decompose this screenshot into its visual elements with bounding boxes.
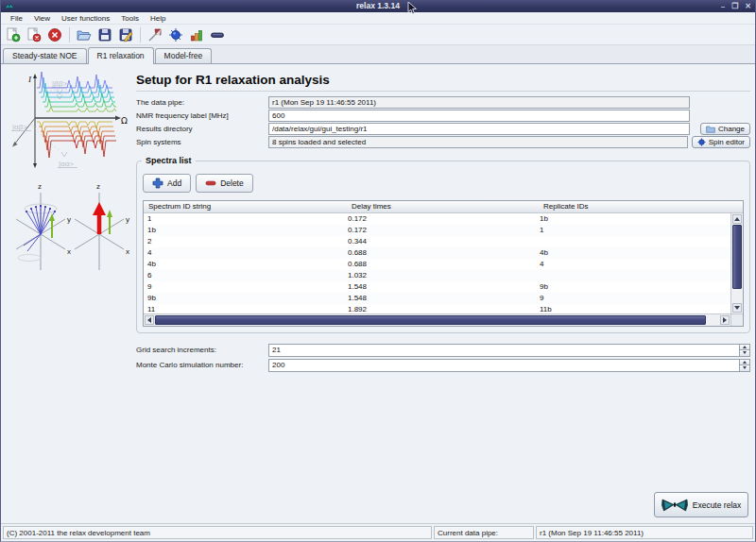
execute-relax-button[interactable]: Execute relax <box>654 492 748 517</box>
menu-file[interactable]: File <box>5 12 28 25</box>
spin-down-button[interactable] <box>739 350 750 357</box>
menu-view[interactable]: View <box>28 12 56 25</box>
cell-spectrum-id[interactable]: 4 <box>144 247 344 259</box>
tab-r1-relaxation[interactable]: R1 relaxation <box>88 47 154 64</box>
cell-spectrum-id[interactable]: 9b <box>144 293 344 304</box>
scroll-right-button[interactable] <box>720 315 730 325</box>
relax-prompt-icon[interactable] <box>146 25 164 44</box>
table-row[interactable]: 11 1.892 11b <box>144 304 730 313</box>
cell-replicate-id[interactable]: 4 <box>536 259 730 270</box>
exit-icon[interactable] <box>45 25 64 44</box>
vertical-scrollbar[interactable] <box>730 213 743 313</box>
new-analysis-icon[interactable] <box>4 25 23 44</box>
open-state-icon[interactable] <box>75 25 94 44</box>
main-panel: Setup for R1 relaxation analysis The dat… <box>136 64 750 523</box>
grid-search-spinner[interactable] <box>739 344 750 357</box>
table-row[interactable]: 1 0.172 1b <box>144 213 730 225</box>
titlebar[interactable]: relax 1.3.14 – ❐ ✕ <box>1 0 755 12</box>
spin-down-button[interactable] <box>739 365 750 372</box>
table-row[interactable]: 4b 0.688 4 <box>144 259 730 270</box>
scrollbar-corner <box>730 313 743 326</box>
cell-replicate-id[interactable]: 11b <box>536 304 730 313</box>
current-pipe-label: Current data pipe: <box>434 526 534 539</box>
cell-spectrum-id[interactable]: 2 <box>144 236 344 247</box>
relax-window: relax 1.3.14 – ❐ ✕ File View User functi… <box>0 0 756 542</box>
analysis-form: The data pipe: NMR frequency label [MHz]… <box>136 95 750 148</box>
cell-spectrum-id[interactable]: 1 <box>144 213 344 225</box>
toolbar <box>1 25 755 45</box>
folder-icon <box>706 125 715 133</box>
delete-button[interactable]: Delete <box>196 174 253 193</box>
spin-up-button[interactable] <box>739 359 750 366</box>
table-row[interactable]: 2 0.344 <box>144 236 730 247</box>
horizontal-scrollbar[interactable] <box>144 313 730 326</box>
cell-spectrum-id[interactable]: 1b <box>144 225 344 236</box>
close-analysis-icon[interactable] <box>25 25 43 44</box>
spin-editor-button[interactable]: Spin editor <box>692 136 750 148</box>
cell-spectrum-id[interactable]: 6 <box>144 270 344 281</box>
table-row[interactable]: 9 1.548 9b <box>144 281 730 293</box>
cell-spectrum-id[interactable]: 9 <box>144 281 344 293</box>
table-row[interactable]: 6 1.032 <box>144 270 730 281</box>
cell-replicate-id[interactable]: 1b <box>536 213 730 225</box>
column-spectrum-id[interactable]: Spectrum ID string <box>144 201 347 212</box>
spectra-list-title: Spectra list <box>142 156 196 165</box>
nmr-frequency-label: NMR frequency label [MHz] <box>136 111 268 120</box>
menu-user-functions[interactable]: User functions <box>56 12 115 25</box>
monte-carlo-label: Monte Carlo simulation number: <box>136 361 268 369</box>
maximize-button[interactable]: ❐ <box>731 0 738 12</box>
vertical-scroll-thumb[interactable] <box>732 225 742 289</box>
cell-delay-time[interactable]: 0.172 <box>344 213 536 225</box>
cell-replicate-id[interactable]: 1 <box>536 225 730 236</box>
horizontal-scroll-thumb[interactable] <box>155 315 706 325</box>
add-button[interactable]: Add <box>143 174 191 193</box>
nmr-frequency-input[interactable] <box>268 110 690 122</box>
cell-delay-time[interactable]: 0.688 <box>344 259 536 270</box>
tabbar: Steady-state NOE R1 relaxation Model-fre… <box>1 45 755 64</box>
monte-carlo-spinner[interactable] <box>739 359 750 372</box>
cell-replicate-id[interactable] <box>536 270 730 281</box>
menu-help[interactable]: Help <box>145 12 171 25</box>
cell-spectrum-id[interactable]: 11 <box>144 304 344 313</box>
axis-label-omega: Ω <box>121 116 128 126</box>
table-row[interactable]: 9b 1.548 9 <box>144 293 730 304</box>
cell-delay-time[interactable]: 1.548 <box>344 281 536 293</box>
results-directory-input[interactable] <box>268 123 690 135</box>
save-as-icon[interactable] <box>116 25 135 44</box>
table-row[interactable]: 1b 0.172 1 <box>144 225 730 236</box>
cell-delay-time[interactable]: 1.032 <box>344 270 536 281</box>
cell-delay-time[interactable]: 0.688 <box>344 247 536 259</box>
column-delay-times[interactable]: Delay times <box>347 201 539 212</box>
cell-replicate-id[interactable]: 9 <box>536 293 730 304</box>
pipe-editor-icon[interactable] <box>208 25 227 44</box>
cell-replicate-id[interactable]: 4b <box>536 247 730 259</box>
tab-steady-state-noe[interactable]: Steady-state NOE <box>3 48 87 63</box>
plus-icon <box>152 178 163 189</box>
cell-delay-time[interactable]: 1.548 <box>344 293 536 304</box>
spin-up-button[interactable] <box>739 344 750 351</box>
save-state-icon[interactable] <box>95 25 114 44</box>
axis-y-label: y <box>67 215 71 224</box>
cell-delay-time[interactable]: 0.344 <box>344 236 536 247</box>
optimisation-settings: Grid search increments: Monte Carlo simu… <box>136 343 750 372</box>
cell-replicate-id[interactable] <box>536 236 730 247</box>
tab-model-free[interactable]: Model-free <box>155 48 213 63</box>
table-row[interactable]: 4 0.688 4b <box>144 247 730 259</box>
cell-spectrum-id[interactable]: 4b <box>144 259 344 270</box>
scroll-up-button[interactable] <box>732 214 742 224</box>
spin-viewer-icon[interactable] <box>166 25 185 44</box>
scroll-down-button[interactable] <box>732 303 742 313</box>
minimize-button[interactable]: – <box>721 0 725 12</box>
statusbar: (C) 2001-2011 the relax development team… <box>1 523 755 541</box>
grid-search-input[interactable] <box>268 344 739 357</box>
column-replicate-ids[interactable]: Replicate IDs <box>539 201 743 212</box>
cell-delay-time[interactable]: 1.892 <box>344 304 536 313</box>
menu-tools[interactable]: Tools <box>115 12 145 25</box>
scroll-left-button[interactable] <box>145 315 154 325</box>
cell-replicate-id[interactable]: 9b <box>536 281 730 293</box>
change-directory-button[interactable]: Change <box>700 123 750 135</box>
results-viewer-icon[interactable] <box>187 25 206 44</box>
close-button[interactable]: ✕ <box>745 0 751 12</box>
cell-delay-time[interactable]: 0.172 <box>344 225 536 236</box>
monte-carlo-input[interactable] <box>268 359 739 372</box>
